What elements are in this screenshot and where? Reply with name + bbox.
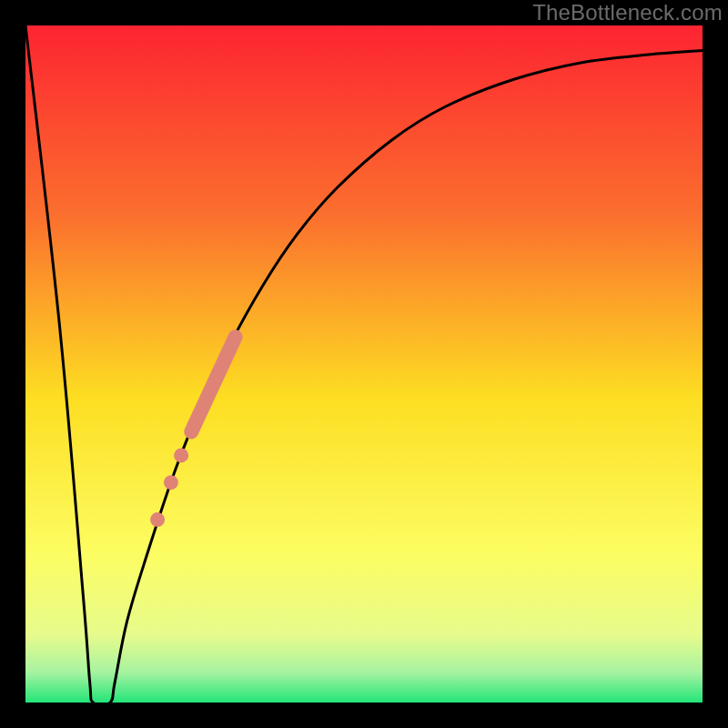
highlight-dots-point (150, 512, 165, 527)
plot-background (25, 25, 703, 703)
highlight-dots-point (174, 448, 188, 462)
highlight-dots-point (164, 475, 178, 490)
watermark-text: TheBottleneck.com (532, 0, 723, 25)
chart-stage: TheBottleneck.com (0, 0, 728, 728)
bottleneck-chart (0, 0, 728, 728)
